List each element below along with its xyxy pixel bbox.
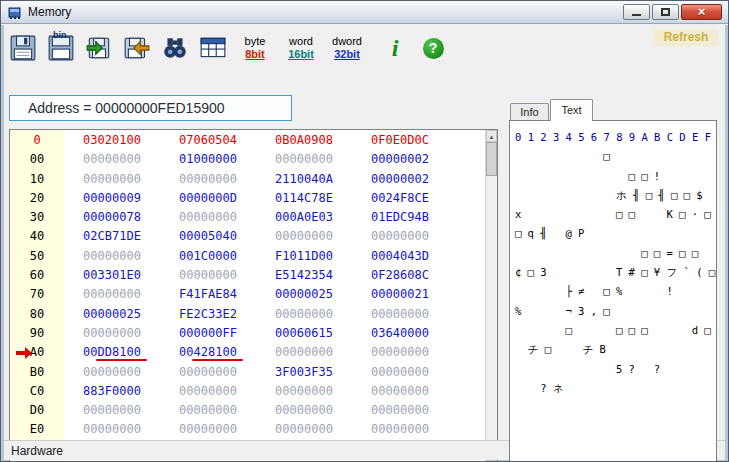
hex-cell[interactable]: 00000000 <box>352 343 448 362</box>
hex-cell[interactable]: 00000000 <box>64 363 160 382</box>
file-export-button[interactable] <box>121 29 153 67</box>
file-import-icon <box>85 34 113 62</box>
hex-cell[interactable]: 00005040 <box>160 227 256 246</box>
hex-cell[interactable]: E5142354 <box>256 266 352 285</box>
row-offset-label: 60 <box>10 266 64 285</box>
hex-cell[interactable]: 00060615 <box>256 324 352 343</box>
hex-cell[interactable]: 000000FF <box>160 324 256 343</box>
data-table-button[interactable] <box>197 29 229 67</box>
address-display[interactable]: Address = 00000000FED15900 <box>9 95 292 121</box>
row-offset-label: 30 <box>10 208 64 227</box>
hex-cell[interactable]: 00000000 <box>352 420 448 439</box>
row-offset-label: E0 <box>10 420 64 439</box>
hex-cell[interactable]: 001C0000 <box>160 247 256 266</box>
help-button[interactable]: ? <box>417 29 449 67</box>
text-panel-line: □q╢ @P <box>515 224 716 243</box>
hex-cell[interactable]: 00000000 <box>352 363 448 382</box>
text-panel-line: □□=□□ <box>515 244 716 263</box>
tab-info[interactable]: Info <box>510 103 549 120</box>
vertical-scrollbar[interactable]: ▲ ▼ <box>485 130 497 461</box>
hex-cell[interactable]: 00DD8100 <box>64 343 160 362</box>
close-button[interactable]: × <box>681 4 722 20</box>
hex-cell[interactable]: 00000000 <box>160 170 256 189</box>
hex-cell[interactable]: 00000000 <box>352 305 448 324</box>
hex-cell[interactable]: 00000000 <box>160 401 256 420</box>
hex-cell[interactable]: 00000000 <box>256 227 352 246</box>
maximize-icon <box>661 8 670 16</box>
file-import-button[interactable] <box>83 29 115 67</box>
hex-cell[interactable]: 2110040A <box>256 170 352 189</box>
hex-cell[interactable]: 00000000 <box>64 150 160 169</box>
hex-cell[interactable]: 00000000 <box>64 324 160 343</box>
text-panel-line <box>515 417 716 436</box>
minimize-button[interactable] <box>623 4 650 20</box>
hex-cell[interactable]: 00000000 <box>352 227 448 246</box>
hex-cell[interactable]: 02CB71DE <box>64 227 160 246</box>
toolbar: bin <box>7 27 722 69</box>
hex-cell[interactable]: F1011D00 <box>256 247 352 266</box>
find-button[interactable] <box>159 29 191 67</box>
text-panel-line: % ¬3,□ <box>515 302 716 321</box>
hex-cell[interactable]: 000A0E03 <box>256 208 352 227</box>
hex-cell[interactable]: 00000025 <box>64 305 160 324</box>
word-mode-button[interactable]: word 16bit <box>281 29 321 67</box>
hex-cell[interactable]: 00000000 <box>352 401 448 420</box>
hex-cell[interactable]: 00000000 <box>256 382 352 401</box>
hex-cell[interactable]: 00000078 <box>64 208 160 227</box>
dword-mode-button[interactable]: dword 32bit <box>327 29 367 67</box>
hex-cell[interactable]: 00000000 <box>160 208 256 227</box>
row-offset-label: 40 <box>10 227 64 246</box>
hex-cell[interactable]: 01000000 <box>160 150 256 169</box>
row-offset-label: 50 <box>10 247 64 266</box>
info-button[interactable]: i <box>379 29 411 67</box>
hex-cell[interactable]: F41FAE84 <box>160 285 256 304</box>
hex-cell[interactable]: 00000000 <box>64 420 160 439</box>
row-offset-label: 00 <box>10 150 64 169</box>
byte-mode-button[interactable]: byte 8bit <box>235 29 275 67</box>
hex-cell[interactable]: 00428100 <box>160 343 256 362</box>
hex-cell[interactable]: 00000000 <box>256 305 352 324</box>
hex-cell[interactable]: 00000000 <box>160 266 256 285</box>
hex-cell[interactable]: 00000000 <box>160 363 256 382</box>
hex-cell[interactable]: 00000000 <box>64 285 160 304</box>
scroll-up-icon[interactable]: ▲ <box>486 130 497 142</box>
hex-cell[interactable]: 0000000D <box>160 189 256 208</box>
scrollbar-thumb[interactable] <box>486 142 497 176</box>
hex-cell[interactable]: 00000000 <box>160 382 256 401</box>
hex-cell[interactable]: 00000000 <box>64 247 160 266</box>
hex-cell[interactable]: 0024F8CE <box>352 189 448 208</box>
hex-cell[interactable]: 00000000 <box>160 420 256 439</box>
maximize-button[interactable] <box>652 4 679 20</box>
hex-cell[interactable]: 3F003F35 <box>256 363 352 382</box>
hex-cell[interactable]: 00000021 <box>352 285 448 304</box>
hex-cell[interactable]: 00000025 <box>256 285 352 304</box>
hex-column-header: 0F0E0D0C <box>352 131 448 150</box>
hex-cell[interactable]: 0114C78E <box>256 189 352 208</box>
titlebar[interactable]: Memory × <box>1 1 728 24</box>
hex-cell[interactable]: 00000000 <box>256 150 352 169</box>
hex-cell[interactable]: 00000002 <box>352 170 448 189</box>
refresh-button[interactable]: Refresh <box>654 29 718 46</box>
save-dump-button[interactable] <box>7 29 39 67</box>
hex-cell[interactable]: 00000000 <box>256 401 352 420</box>
hex-cell[interactable]: 003301E0 <box>64 266 160 285</box>
byte-mode-label: byte <box>245 35 266 48</box>
hex-cell[interactable]: FE2C33E2 <box>160 305 256 324</box>
hex-cell[interactable]: 00000002 <box>352 150 448 169</box>
hex-cell[interactable]: 01EDC94B <box>352 208 448 227</box>
hex-cell[interactable]: 03640000 <box>352 324 448 343</box>
hex-cell[interactable]: 0004043D <box>352 247 448 266</box>
hex-cell[interactable]: 00000000 <box>64 401 160 420</box>
hex-cell[interactable]: 00000000 <box>256 420 352 439</box>
hex-cell[interactable]: 00000000 <box>352 382 448 401</box>
hex-cell[interactable]: 0F28608C <box>352 266 448 285</box>
hex-cell[interactable]: 00000009 <box>64 189 160 208</box>
hex-cell[interactable]: 883F0000 <box>64 382 160 401</box>
text-panel-line: ?ネ <box>515 379 716 398</box>
hex-row: C0883F0000000000000000000000000000 <box>10 382 485 401</box>
save-binary-button[interactable]: bin <box>45 29 77 67</box>
tab-text[interactable]: Text <box>550 99 593 121</box>
hex-cell[interactable]: 00000000 <box>64 170 160 189</box>
minimize-icon <box>632 14 641 16</box>
hex-cell[interactable]: 00000000 <box>256 343 352 362</box>
